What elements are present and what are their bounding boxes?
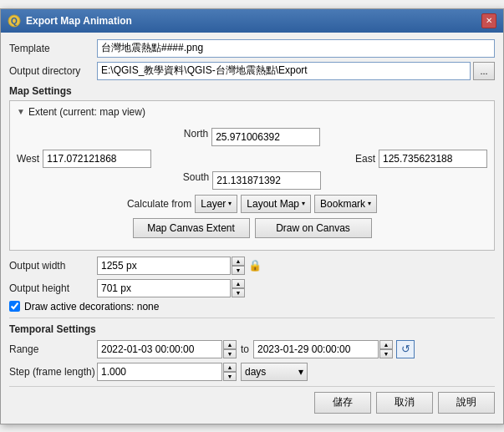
template-input[interactable]: [97, 39, 495, 58]
template-row: Template: [9, 39, 495, 58]
range-row: Range ▲ ▼ to ▲ ▼ ↺: [9, 340, 495, 358]
bookmark-arrow-icon: ▾: [368, 200, 371, 207]
height-spin-up[interactable]: ▲: [232, 279, 245, 288]
temporal-section: Temporal Settings Range ▲ ▼ to ▲ ▼ ↺: [9, 318, 495, 381]
title-bar-left: Q Export Map Animation: [8, 14, 132, 28]
north-label: North: [184, 128, 208, 146]
south-row: South: [17, 171, 487, 190]
output-width-label: Output width: [9, 260, 97, 272]
output-height-row: Output height ▲ ▼: [9, 279, 495, 297]
window-title: Export Map Animation: [26, 15, 132, 27]
bookmark-dropdown[interactable]: Bookmark ▾: [314, 195, 377, 213]
height-spinner: ▲ ▼: [232, 279, 245, 297]
height-spin-down[interactable]: ▼: [232, 288, 245, 297]
range-start-spin-up[interactable]: ▲: [223, 340, 237, 349]
map-canvas-extent-button[interactable]: Map Canvas Extent: [133, 218, 250, 238]
step-input[interactable]: [97, 363, 222, 381]
output-height-label: Output height: [9, 282, 97, 294]
layer-dropdown[interactable]: Layer ▾: [195, 195, 237, 213]
east-label: East: [355, 153, 375, 165]
save-button[interactable]: 儲存: [314, 392, 371, 414]
extent-title: ▼ Extent (current: map view): [17, 106, 487, 118]
output-height-input[interactable]: [97, 279, 231, 297]
svg-text:Q: Q: [11, 17, 18, 26]
extent-label: Extent (current: map view): [28, 106, 145, 118]
close-button[interactable]: ✕: [481, 13, 496, 28]
north-row: North: [17, 128, 487, 146]
step-unit-dropdown[interactable]: days ▾: [241, 363, 308, 381]
decorations-label: Draw active decorations: none: [24, 301, 159, 313]
extent-group: ▼ Extent (current: map view) North West: [9, 100, 495, 251]
west-east-row: West East: [17, 150, 487, 168]
template-label: Template: [9, 43, 97, 54]
collapse-arrow-icon[interactable]: ▼: [17, 107, 25, 116]
output-dir-label: Output directory: [9, 65, 97, 77]
output-dir-row: Output directory ...: [9, 62, 495, 80]
step-spin-up[interactable]: ▲: [223, 363, 237, 372]
west-label: West: [17, 153, 39, 165]
west-input[interactable]: [43, 150, 151, 168]
layout-map-arrow-icon: ▾: [302, 200, 305, 207]
canvas-buttons-row: Map Canvas Extent Draw on Canvas: [17, 218, 487, 238]
cancel-button[interactable]: 取消: [376, 392, 433, 414]
range-end-spin-up[interactable]: ▲: [379, 340, 393, 349]
refresh-button[interactable]: ↺: [396, 340, 415, 358]
draw-on-canvas-button[interactable]: Draw on Canvas: [255, 218, 372, 238]
temporal-header: Temporal Settings: [9, 323, 495, 335]
north-input[interactable]: [211, 128, 320, 146]
step-unit-label: days: [245, 366, 266, 378]
browse-button[interactable]: ...: [473, 62, 495, 80]
bottom-buttons: 儲存 取消 說明: [9, 386, 495, 417]
range-end-spinner: ▲ ▼: [379, 340, 393, 358]
west-group: West: [17, 150, 151, 168]
range-start-input[interactable]: [97, 340, 222, 358]
calculate-from-row: Calculate from Layer ▾ Layout Map ▾ Book…: [17, 195, 487, 213]
app-icon: Q: [8, 14, 21, 28]
aspect-lock-icon[interactable]: 🔒: [248, 256, 262, 276]
width-spin-up[interactable]: ▲: [232, 257, 245, 266]
output-dir-input[interactable]: [97, 62, 471, 80]
range-start-spinner: ▲ ▼: [223, 340, 237, 358]
step-unit-arrow-icon: ▾: [298, 366, 303, 378]
step-spinner: ▲ ▼: [223, 363, 237, 381]
dialog-content: Template Output directory ... Map Settin…: [1, 33, 503, 424]
width-spin-down[interactable]: ▼: [232, 266, 245, 275]
width-spinner: ▲ ▼: [232, 257, 245, 275]
east-input[interactable]: [379, 150, 487, 168]
calculate-label: Calculate from: [127, 198, 191, 210]
decorations-checkbox[interactable]: [9, 301, 20, 312]
south-input[interactable]: [212, 171, 321, 190]
layer-dropdown-arrow-icon: ▾: [228, 200, 232, 207]
range-label: Range: [9, 343, 97, 355]
decorations-row: Draw active decorations: none: [9, 301, 495, 313]
layout-map-dropdown[interactable]: Layout Map ▾: [241, 195, 311, 213]
south-label: South: [183, 171, 209, 190]
range-start-spin-down[interactable]: ▼: [223, 349, 237, 358]
step-label: Step (frame length): [9, 366, 97, 378]
east-group: East: [355, 150, 487, 168]
step-row: Step (frame length) ▲ ▼ days ▾: [9, 363, 495, 381]
title-bar: Q Export Map Animation ✕: [1, 9, 503, 33]
export-map-animation-dialog: Q Export Map Animation ✕ Template Output…: [0, 8, 504, 424]
output-width-row: Output width ▲ ▼ 🔒: [9, 256, 495, 276]
to-label: to: [241, 343, 249, 355]
help-button[interactable]: 說明: [438, 392, 495, 414]
step-spin-down[interactable]: ▼: [223, 372, 237, 381]
map-settings-header: Map Settings: [9, 85, 495, 97]
range-end-input[interactable]: [253, 340, 379, 358]
extent-grid: North West East South: [17, 125, 487, 245]
range-end-spin-down[interactable]: ▼: [379, 349, 393, 358]
output-width-input[interactable]: [97, 257, 231, 275]
